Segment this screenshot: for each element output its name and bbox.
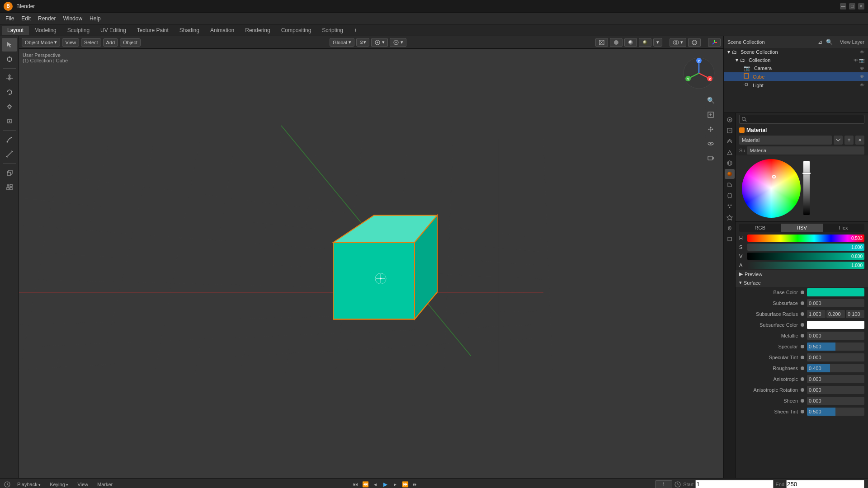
properties-search[interactable] [739,115,864,124]
pan-button[interactable] [704,123,717,136]
gizmo-toggle[interactable] [708,38,721,47]
vis-eye-camera[interactable]: 👁 [860,66,864,71]
tab-animation[interactable]: Animation [205,26,240,35]
minimize-button[interactable]: — [840,3,846,9]
menu-window[interactable]: Window [59,14,86,23]
object-props-icon[interactable] [725,234,735,244]
menu-edit[interactable]: Edit [18,14,34,23]
tab-add[interactable]: + [349,26,363,35]
menu-help[interactable]: Help [86,14,104,23]
tool-extra[interactable] [2,180,17,194]
modifier-props-icon[interactable] [725,191,735,201]
sheen-dot[interactable] [801,399,804,403]
tool-transform[interactable] [2,114,17,128]
hsv-tab[interactable]: HSV [781,224,822,232]
sheen-tint-dot[interactable] [801,410,804,413]
pivot-dropdown[interactable]: ⊙▾ [356,38,369,47]
tab-compositing[interactable]: Compositing [276,26,317,35]
jump-start-button[interactable]: ⏮ [351,480,360,488]
menu-render[interactable]: Render [34,14,59,23]
subsurface-radius-b[interactable]: 0.100 [846,310,864,318]
anisotropic-rotation-dot[interactable] [801,388,804,392]
roughness-value[interactable]: 0.400 [807,364,864,372]
outliner-collection[interactable]: ▾ 🗂 Collection 👁 📷 [724,56,868,64]
shading-options[interactable]: ▾ [653,38,662,47]
outliner-cube[interactable]: Cube 👁 [724,72,868,81]
sheen-tint-value[interactable]: 0.500 [807,408,864,416]
menu-file[interactable]: File [2,14,18,23]
material-browse-button[interactable] [834,136,843,145]
anisotropic-dot[interactable] [801,377,804,381]
select-menu[interactable]: Select [81,38,101,47]
brightness-slider[interactable] [803,161,810,215]
base-color-dot[interactable] [801,291,804,294]
anisotropic-value[interactable]: 0.000 [807,375,864,383]
subsurface-color-dot[interactable] [801,323,804,327]
particles-props-icon[interactable] [725,202,735,211]
tool-select[interactable] [2,38,17,52]
specular-dot[interactable] [801,345,804,348]
overlay-toggle[interactable]: ▾ [670,38,686,47]
solid-shading[interactable] [610,38,623,47]
color-wheel[interactable] [742,159,801,218]
surface-section-header[interactable]: ▾ Surface [736,278,868,287]
tab-shading[interactable]: Shading [174,26,205,35]
material-delete-button[interactable]: × [855,136,864,145]
tab-uv-editing[interactable]: UV Editing [95,26,132,35]
material-slot[interactable]: Material [739,136,832,145]
orbit-button[interactable] [704,137,717,150]
specular-value[interactable]: 0.500 [807,343,864,351]
tool-annotate[interactable] [2,133,17,146]
proportional-toggle[interactable]: ▾ [390,38,406,47]
vis-eye[interactable]: 👁 [860,50,864,55]
zoom-in-button[interactable]: 🔍 [704,94,717,107]
close-button[interactable]: × [858,3,864,9]
add-menu[interactable]: Add [103,38,118,47]
subsurface-radius-g[interactable]: 0.200 [826,310,845,318]
xray-toggle[interactable] [688,38,701,47]
h-slider[interactable]: 0.503 [747,235,864,242]
tool-cursor[interactable] [2,52,17,66]
outliner-camera[interactable]: 📷 Camera 👁 [724,64,868,72]
jump-back-button[interactable]: ⏪ [361,480,370,488]
anisotropic-rotation-value[interactable]: 0.000 [807,386,864,394]
specular-tint-value[interactable]: 0.000 [807,353,864,361]
step-back-button[interactable]: ◂ [371,480,380,488]
a-slider[interactable]: 1.000 [747,262,864,269]
vis-eye-light[interactable]: 👁 [860,83,864,88]
object-mode-dropdown[interactable]: Object Mode ▾ [22,38,60,47]
playback-menu[interactable]: Playback [14,481,43,488]
tab-texture-paint[interactable]: Texture Paint [132,26,174,35]
viewport-gizmo[interactable]: Z X Y [681,55,717,91]
material-shading[interactable] [624,38,637,47]
specular-tint-dot[interactable] [801,356,804,359]
outliner-search-icon[interactable]: 🔍 [826,39,833,45]
tab-scripting[interactable]: Scripting [316,26,349,35]
constraints-props-icon[interactable] [725,223,735,233]
view-layer-props-icon[interactable] [725,136,735,146]
end-frame-input[interactable] [786,480,864,488]
keying-menu[interactable]: Keying [47,481,71,488]
physics-props-icon[interactable] [725,212,735,222]
view-menu[interactable]: View [75,481,91,488]
tool-scale[interactable] [2,100,17,113]
vis-render-collection[interactable]: 📷 [859,58,864,63]
marker-menu[interactable]: Marker [94,481,115,488]
base-color-swatch[interactable] [807,288,864,296]
jump-forward-button[interactable]: ⏩ [401,480,410,488]
maximize-button[interactable]: □ [849,3,855,9]
camera-view-button[interactable] [704,152,717,164]
viewport-canvas[interactable]: User Perspective (1) Collection | Cube Z [19,49,723,478]
s-slider[interactable]: 1.000 [747,244,864,251]
tool-rotate[interactable] [2,85,17,99]
cube-3d[interactable] [306,188,442,333]
sheen-value[interactable]: 0.000 [807,397,864,405]
preview-section-header[interactable]: ▶ Preview [736,270,868,278]
play-button[interactable]: ▶ [381,480,390,488]
subsurface-radius-dot[interactable] [801,312,804,316]
start-frame-input[interactable] [695,480,774,488]
world-props-icon[interactable] [725,158,735,168]
subsurface-value[interactable]: 0.000 [807,299,864,307]
render-props-icon[interactable] [725,115,735,125]
wireframe-shading[interactable] [595,38,608,47]
